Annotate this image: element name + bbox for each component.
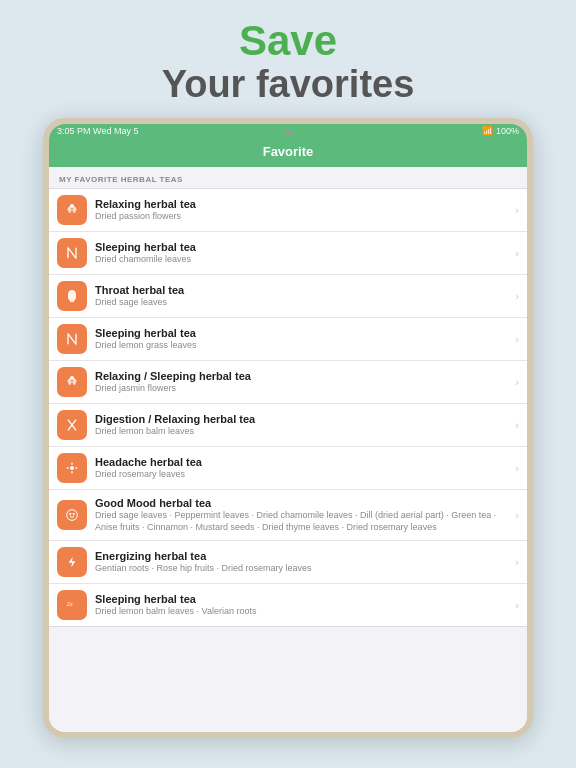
item-subtitle-energizing: Gentian roots · Rose hip fruits · Dried … (95, 563, 511, 575)
item-title-headache: Headache herbal tea (95, 455, 511, 469)
section-header: MY FAVORITE HERBAL TEAS (49, 167, 527, 188)
item-subtitle-sleeping1: Dried chamomile leaves (95, 254, 511, 266)
favorites-list: Relaxing herbal tea Dried passion flower… (49, 188, 527, 627)
svg-text:Zz: Zz (66, 601, 73, 607)
camera (285, 130, 291, 136)
list-item[interactable]: Sleeping herbal tea Dried lemon grass le… (49, 318, 527, 361)
nav-title: Favorite (263, 144, 314, 159)
item-text-energizing: Energizing herbal tea Gentian roots · Ro… (95, 549, 511, 575)
chevron-icon: › (515, 290, 519, 302)
item-subtitle-sleeping3: Dried lemon balm leaves · Valerian roots (95, 606, 511, 618)
chevron-icon: › (515, 376, 519, 388)
chevron-icon: › (515, 247, 519, 259)
list-item[interactable]: Digestion / Relaxing herbal tea Dried le… (49, 404, 527, 447)
header-save: Save (162, 18, 415, 64)
item-title-relaxing: Relaxing herbal tea (95, 197, 511, 211)
item-text-throat: Throat herbal tea Dried sage leaves (95, 283, 511, 309)
chevron-icon: › (515, 462, 519, 474)
content-area: MY FAVORITE HERBAL TEAS Relaxing herbal … (49, 167, 527, 732)
nav-bar: Favorite (49, 138, 527, 167)
status-time-date: 3:05 PM Wed May 5 (57, 126, 138, 136)
item-icon-energizing (57, 547, 87, 577)
svg-point-8 (70, 466, 74, 470)
item-subtitle-throat: Dried sage leaves (95, 297, 511, 309)
item-icon-headache (57, 453, 87, 483)
chevron-icon: › (515, 333, 519, 345)
header-subtitle: Your favorites (162, 64, 415, 106)
item-text-sleeping2: Sleeping herbal tea Dried lemon grass le… (95, 326, 511, 352)
chevron-icon: › (515, 509, 519, 521)
item-icon-digestion (57, 410, 87, 440)
item-text-sleeping3: Sleeping herbal tea Dried lemon balm lea… (95, 592, 511, 618)
item-title-mood: Good Mood herbal tea (95, 496, 511, 510)
chevron-icon: › (515, 204, 519, 216)
svg-point-15 (73, 513, 74, 514)
chevron-icon: › (515, 556, 519, 568)
item-subtitle-mood: Dried sage leaves · Peppermint leaves · … (95, 510, 511, 533)
svg-point-14 (70, 513, 71, 514)
item-icon-relaxing-sleeping (57, 367, 87, 397)
item-text-mood: Good Mood herbal tea Dried sage leaves ·… (95, 496, 511, 534)
item-subtitle-sleeping2: Dried lemon grass leaves (95, 340, 511, 352)
ipad-frame: 3:05 PM Wed May 5 📶 100% Favorite MY FAV… (43, 118, 533, 738)
item-title-digestion: Digestion / Relaxing herbal tea (95, 412, 511, 426)
item-title-sleeping1: Sleeping herbal tea (95, 240, 511, 254)
svg-point-13 (67, 509, 78, 520)
item-text-sleeping1: Sleeping herbal tea Dried chamomile leav… (95, 240, 511, 266)
list-item[interactable]: Relaxing herbal tea Dried passion flower… (49, 189, 527, 232)
list-item[interactable]: Relaxing / Sleeping herbal tea Dried jas… (49, 361, 527, 404)
item-title-sleeping2: Sleeping herbal tea (95, 326, 511, 340)
status-battery: 📶 100% (482, 126, 519, 136)
list-item[interactable]: Zz Sleeping herbal tea Dried lemon balm … (49, 584, 527, 626)
item-subtitle-relaxing-sleeping: Dried jasmin flowers (95, 383, 511, 395)
item-icon-sleeping1 (57, 238, 87, 268)
item-title-throat: Throat herbal tea (95, 283, 511, 297)
list-item[interactable]: Throat herbal tea Dried sage leaves › (49, 275, 527, 318)
item-title-sleeping3: Sleeping herbal tea (95, 592, 511, 606)
item-icon-sleeping3: Zz (57, 590, 87, 620)
item-subtitle-relaxing: Dried passion flowers (95, 211, 511, 223)
item-subtitle-headache: Dried rosemary leaves (95, 469, 511, 481)
chevron-icon: › (515, 599, 519, 611)
item-title-energizing: Energizing herbal tea (95, 549, 511, 563)
list-item[interactable]: Headache herbal tea Dried rosemary leave… (49, 447, 527, 490)
item-text-digestion: Digestion / Relaxing herbal tea Dried le… (95, 412, 511, 438)
list-item[interactable]: Energizing herbal tea Gentian roots · Ro… (49, 541, 527, 584)
item-title-relaxing-sleeping: Relaxing / Sleeping herbal tea (95, 369, 511, 383)
item-text-relaxing-sleeping: Relaxing / Sleeping herbal tea Dried jas… (95, 369, 511, 395)
list-item[interactable]: Good Mood herbal tea Dried sage leaves ·… (49, 490, 527, 541)
item-text-headache: Headache herbal tea Dried rosemary leave… (95, 455, 511, 481)
item-subtitle-digestion: Dried lemon balm leaves (95, 426, 511, 438)
page-header: Save Your favorites (162, 0, 415, 118)
item-icon-mood (57, 500, 87, 530)
item-icon-sleeping2 (57, 324, 87, 354)
item-icon-throat (57, 281, 87, 311)
list-item[interactable]: Sleeping herbal tea Dried chamomile leav… (49, 232, 527, 275)
item-icon-relaxing (57, 195, 87, 225)
chevron-icon: › (515, 419, 519, 431)
item-text-relaxing: Relaxing herbal tea Dried passion flower… (95, 197, 511, 223)
